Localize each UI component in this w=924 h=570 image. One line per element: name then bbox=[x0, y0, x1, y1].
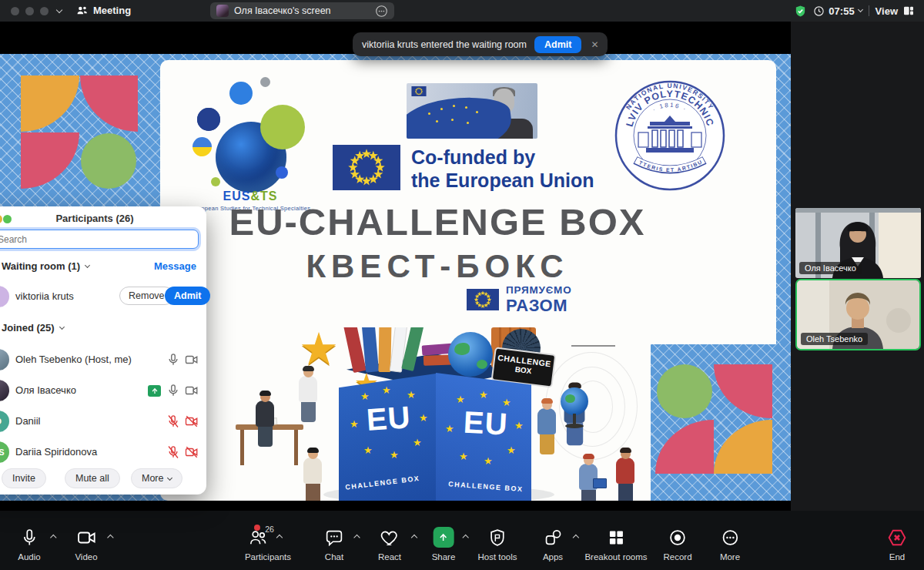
eu-box-label-left: EU bbox=[366, 400, 413, 438]
host-tools-button[interactable]: Host tools bbox=[477, 526, 517, 562]
meeting-timer[interactable]: 07:55 bbox=[813, 5, 862, 17]
divider bbox=[869, 5, 869, 16]
chevron-down-icon[interactable] bbox=[56, 7, 62, 13]
mic-off-icon[interactable] bbox=[166, 445, 180, 459]
record-button[interactable]: Record bbox=[663, 526, 691, 562]
meeting-menu-label: Meeting bbox=[93, 5, 131, 16]
waiting-row: viktoriia kruts Remove Admit bbox=[0, 285, 206, 310]
message-link[interactable]: Message bbox=[154, 260, 196, 272]
eu-flag-chip bbox=[410, 86, 428, 96]
audio-options-chevron[interactable] bbox=[50, 535, 56, 541]
view-layout-icon bbox=[902, 5, 915, 17]
notification-message: viktoriia kruts entered the waiting room bbox=[362, 39, 527, 50]
participant-row[interactable]: D Daniil bbox=[0, 410, 206, 434]
globe-on-stand-icon bbox=[561, 387, 588, 415]
pryamuemo-razom-logo: ПРЯМУЄМО РАЗОМ bbox=[467, 285, 571, 314]
mic-off-icon[interactable] bbox=[166, 414, 180, 428]
participants-search-input[interactable] bbox=[0, 230, 199, 249]
participant-name: Dariia Spiridonova bbox=[15, 446, 97, 458]
person-figure bbox=[616, 449, 634, 501]
apps-button[interactable]: Apps bbox=[543, 526, 563, 562]
deco-cluster-right bbox=[651, 344, 791, 501]
mute-all-button[interactable]: Mute all bbox=[65, 468, 120, 488]
mic-icon[interactable] bbox=[166, 384, 180, 397]
video-button[interactable]: Video bbox=[75, 526, 97, 562]
participant-name: viktoriia kruts bbox=[15, 290, 74, 302]
zoom-meeting-window: Meeting Оля Івасечко's screen 07:55 bbox=[0, 0, 924, 570]
participants-button[interactable]: 26 Participants bbox=[245, 526, 291, 562]
video-options-chevron[interactable] bbox=[107, 535, 113, 541]
end-meeting-button[interactable]: End bbox=[887, 526, 907, 562]
participant-row[interactable]: DS Dariia Spiridonova bbox=[0, 441, 206, 465]
joined-header[interactable]: Joined (25) bbox=[2, 322, 64, 334]
react-button[interactable]: React bbox=[378, 526, 401, 562]
react-options-chevron[interactable] bbox=[411, 535, 417, 541]
more-button-panel[interactable]: More bbox=[131, 468, 182, 488]
deco-shape-green-circle bbox=[657, 364, 712, 418]
participants-panel-title: Participants (26) bbox=[0, 213, 206, 224]
shared-screen-pill[interactable]: Оля Івасечко's screen bbox=[210, 2, 394, 19]
chat-options-chevron[interactable] bbox=[353, 535, 360, 541]
person-figure bbox=[537, 400, 556, 454]
video-tile-oleh-active-speaker[interactable]: Oleh Tsebenko bbox=[795, 279, 921, 350]
meeting-time: 07:55 bbox=[829, 5, 854, 17]
chat-button[interactable]: Chat bbox=[325, 526, 344, 562]
video-tile-olia[interactable]: Оля Івасечко bbox=[795, 208, 921, 278]
participants-options-chevron[interactable] bbox=[276, 535, 283, 541]
apps-options-chevron[interactable] bbox=[573, 535, 579, 541]
meeting-people-icon bbox=[75, 4, 89, 17]
window-close-button[interactable] bbox=[11, 7, 19, 15]
camera-off-icon[interactable] bbox=[185, 414, 199, 428]
view-label: View bbox=[875, 5, 898, 17]
participant-row[interactable]: Оля Івасечко bbox=[0, 379, 206, 404]
eu-flag-stars bbox=[428, 112, 430, 115]
eu-banner-image bbox=[407, 83, 537, 139]
ellipsis-icon[interactable] bbox=[375, 5, 388, 18]
window-zoom-button[interactable] bbox=[40, 7, 49, 15]
camera-icon[interactable] bbox=[185, 384, 199, 397]
logo-circle-small-blue bbox=[229, 82, 253, 105]
window-minimize-button[interactable] bbox=[25, 7, 34, 15]
notification-close-icon[interactable]: ✕ bbox=[589, 39, 600, 50]
logo-dot-green bbox=[211, 177, 220, 186]
screen-sharing-icon bbox=[148, 385, 161, 397]
breakout-rooms-button[interactable]: Breakout rooms bbox=[584, 526, 647, 562]
person-figure bbox=[299, 367, 317, 422]
eu-box-label-right: EU bbox=[463, 405, 509, 442]
security-shield-icon[interactable] bbox=[794, 5, 807, 18]
avatar: DS bbox=[0, 441, 9, 463]
camera-off-icon[interactable] bbox=[185, 445, 199, 459]
notification-dot bbox=[254, 525, 260, 531]
slide-title-line1: EU-CHALLENGE BOX bbox=[160, 200, 715, 243]
deco-shape-green-circle bbox=[81, 133, 136, 189]
more-button[interactable]: More bbox=[720, 526, 740, 562]
logo-circle-green bbox=[260, 105, 305, 149]
meeting-toolbar: Audio Video 26 Participants Chat Re bbox=[0, 511, 924, 570]
person-figure bbox=[256, 392, 274, 447]
waiting-admit-button[interactable]: Admit bbox=[165, 287, 210, 305]
eu-flag-icon bbox=[467, 289, 499, 310]
share-button[interactable]: Share bbox=[432, 526, 456, 562]
invite-button[interactable]: Invite bbox=[2, 468, 46, 488]
waiting-room-notification: viktoriia kruts entered the waiting room… bbox=[353, 32, 608, 56]
participant-name: Oleh Tsebenko (Host, me) bbox=[15, 354, 132, 365]
participant-name: Оля Івасечко bbox=[15, 384, 76, 396]
logo-dot-blue bbox=[276, 166, 288, 179]
video-name-tag: Oleh Tsebenko bbox=[801, 333, 868, 345]
participant-row[interactable]: Oleh Tsebenko (Host, me) bbox=[0, 348, 206, 373]
cofunded-text: Co-funded by the European Union bbox=[411, 146, 594, 192]
camera-icon[interactable] bbox=[185, 353, 199, 367]
participants-panel: Participants (26) Waiting room (1) Messa… bbox=[0, 206, 206, 495]
notification-admit-button[interactable]: Admit bbox=[534, 36, 581, 53]
avatar: D bbox=[0, 411, 9, 432]
macos-menubar: Meeting Оля Івасечко's screen 07:55 bbox=[0, 0, 924, 22]
share-options-chevron[interactable] bbox=[462, 535, 468, 541]
audio-button[interactable]: Audio bbox=[18, 526, 40, 562]
globe-icon bbox=[448, 332, 493, 377]
meeting-menu[interactable]: Meeting bbox=[75, 4, 131, 17]
mic-icon[interactable] bbox=[166, 353, 180, 367]
waiting-room-header[interactable]: Waiting room (1) bbox=[2, 260, 89, 272]
view-button[interactable]: View bbox=[875, 5, 915, 17]
shared-screen-title: Оля Івасечко's screen bbox=[234, 5, 370, 16]
chevron-down-icon bbox=[858, 7, 863, 12]
